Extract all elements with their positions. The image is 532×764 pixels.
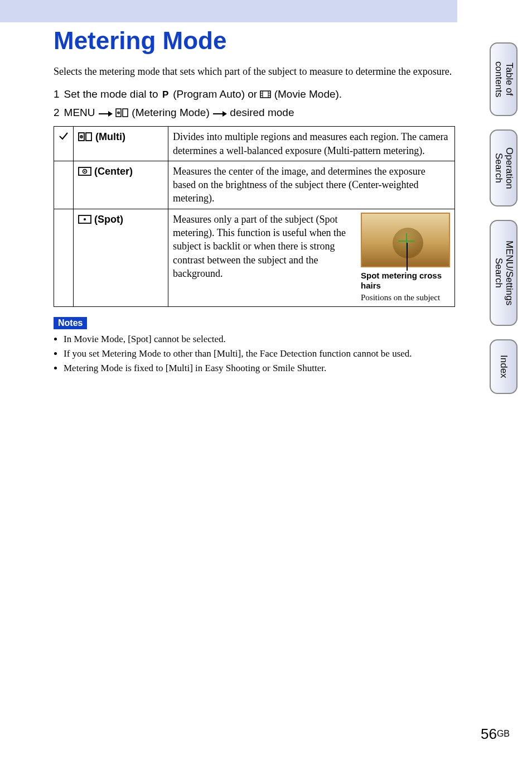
step-1-part-a: Set the mode dial to — [64, 88, 161, 100]
multi-label-cell: (Multi) — [74, 127, 168, 161]
svg-point-12 — [118, 112, 119, 113]
table-row: (Center) Measures the center of the imag… — [54, 161, 455, 209]
metering-table: (Multi) Divides into multiple regions an… — [54, 126, 455, 307]
list-item: Metering Mode is fixed to [Multi] in Eas… — [64, 362, 455, 375]
multi-description: Divides into multiple regions and measur… — [168, 127, 455, 161]
step-2-number: 2 — [54, 107, 60, 121]
svg-rect-19 — [86, 133, 91, 141]
spot-description-cell: Measures only a part of the subject (Spo… — [168, 209, 455, 306]
arrow-right-icon — [212, 108, 227, 121]
list-item: If you set Metering Mode to other than [… — [64, 347, 455, 361]
list-item: In Movie Mode, [Spot] cannot be selected… — [64, 333, 455, 346]
svg-point-22 — [84, 171, 85, 172]
table-row: (Spot) Measures only a part of the subje… — [54, 209, 455, 306]
metering-spot-icon — [78, 214, 91, 228]
empty-check — [54, 209, 74, 306]
tab-operation-search[interactable]: Operation Search — [490, 129, 518, 206]
svg-rect-1 — [260, 91, 270, 98]
tab-label: MENU/Settings Search — [493, 221, 514, 325]
center-label-cell: (Center) — [74, 161, 168, 209]
step-2-part-c: desired mode — [227, 107, 294, 118]
header-band — [0, 0, 457, 22]
page-title: Metering Mode — [54, 27, 455, 55]
spot-description: Measures only a part of the subject (Spo… — [173, 213, 353, 303]
metering-multi-icon — [78, 132, 93, 145]
svg-marker-15 — [223, 111, 227, 117]
step-1-part-c: (Movie Mode). — [271, 88, 342, 100]
step-1: 1 Set the mode dial to P (Program Auto) … — [54, 88, 455, 102]
step-1-text: Set the mode dial to P (Program Auto) or… — [64, 88, 342, 102]
page-number-suffix: GB — [497, 729, 510, 738]
step-2-part-b: (Metering Mode) — [129, 107, 212, 118]
page-number-value: 56 — [481, 725, 497, 742]
tab-menu-settings-search[interactable]: MENU/Settings Search — [490, 220, 518, 326]
empty-check — [54, 161, 74, 209]
step-2-part-a: MENU — [64, 107, 98, 118]
notes-heading: Notes — [54, 317, 87, 329]
main-content: Metering Mode Selects the metering mode … — [54, 27, 455, 376]
table-row: (Multi) Divides into multiple regions an… — [54, 127, 455, 161]
notes-list: In Movie Mode, [Spot] cannot be selected… — [54, 333, 455, 374]
spot-label-cell: (Spot) — [74, 209, 168, 306]
svg-rect-13 — [123, 109, 128, 117]
side-tabs: Table of contents Operation Search MENU/… — [490, 42, 518, 407]
center-description: Measures the center of the image, and de… — [168, 161, 455, 209]
spot-caption-sub: Positions on the subject — [361, 292, 450, 303]
step-1-number: 1 — [54, 88, 60, 102]
intro-paragraph: Selects the metering mode that sets whic… — [54, 65, 455, 78]
svg-point-18 — [81, 136, 82, 137]
spot-caption-title: Spot metering cross hairs — [361, 271, 450, 291]
movie-mode-icon — [260, 89, 271, 102]
tab-label: Table of contents — [493, 44, 514, 115]
spot-figure: Spot metering cross hairs Positions on t… — [361, 213, 450, 303]
program-auto-icon: P — [161, 89, 170, 102]
default-check-icon — [54, 127, 74, 161]
page-number: 56GB — [481, 725, 510, 743]
tab-index[interactable]: Index — [490, 339, 518, 394]
tab-label: Operation Search — [493, 131, 514, 205]
spot-crosshair-image — [361, 213, 450, 267]
center-label: (Center) — [91, 166, 133, 177]
metering-center-icon — [78, 166, 91, 180]
svg-marker-9 — [108, 111, 113, 117]
step-2: 2 MENU (Metering Mode) desired mode — [54, 107, 455, 121]
arrow-right-icon — [98, 108, 113, 121]
step-2-text: MENU (Metering Mode) desired mode — [64, 107, 294, 121]
tab-table-of-contents[interactable]: Table of contents — [490, 42, 518, 116]
svg-text:P: P — [162, 89, 168, 99]
spot-label: (Spot) — [91, 214, 123, 225]
tab-label: Index — [499, 347, 509, 386]
svg-point-24 — [84, 218, 86, 220]
step-1-part-b: (Program Auto) or — [170, 88, 260, 100]
multi-label: (Multi) — [93, 131, 125, 142]
metering-multi-icon — [115, 108, 129, 121]
